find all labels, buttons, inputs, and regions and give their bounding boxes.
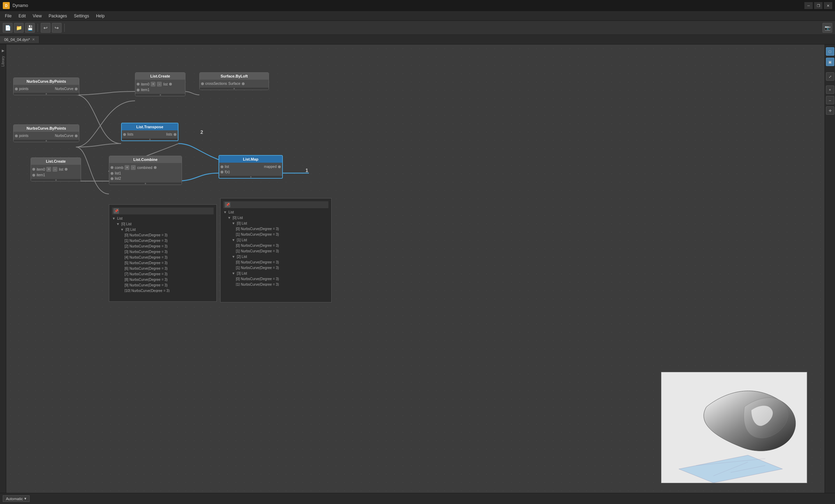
tree-item-right-0-3: ▼ [3] List (223, 271, 328, 276)
port-list-transpose-out[interactable] (174, 133, 176, 136)
menu-file[interactable]: File (1, 12, 15, 20)
close-button[interactable]: ✕ (824, 2, 832, 9)
port-list-map-fx-in[interactable] (221, 171, 223, 173)
label-list-map-fx: f(x) (225, 170, 230, 174)
tab-close-button[interactable]: ✕ (32, 38, 35, 41)
list-create2-remove-btn[interactable]: - (53, 167, 57, 172)
menu-settings[interactable]: Settings (71, 12, 93, 20)
view-btn-2[interactable]: ▣ (826, 58, 834, 66)
node-list-create2-row-item1: item1 (32, 172, 79, 178)
zoom-fit-btn[interactable]: ✛ (826, 106, 834, 115)
window-controls: ─ ❐ ✕ (804, 2, 832, 9)
port-list-combine-comb-in[interactable] (111, 166, 113, 169)
minimize-button[interactable]: ─ (804, 2, 813, 9)
node-list-map: List.Map list mapped f(x) (218, 155, 283, 179)
output-panel-left-scroll[interactable]: ▼ List ▼ [0] List ▼ [0] List [0] NurbsCu… (112, 216, 214, 292)
list-create1-add-btn[interactable]: + (151, 82, 156, 87)
tree-item-right-0-2: ▼ [2] List (223, 254, 328, 260)
tree-item-right-0-1-1: [1] NurbsCurve(Degree = 3) (223, 249, 328, 254)
restore-button[interactable]: ❐ (814, 2, 822, 9)
port-list-transpose-in[interactable] (123, 133, 126, 136)
label-list-combine-list1: list1 (115, 171, 121, 175)
output-panel-right: 📌 ▼ List ▼ [0] List ▼ [0] List [0] Nurbs… (220, 198, 332, 302)
output-panel-left-pin[interactable]: 📌 (113, 208, 119, 214)
node-list-create1-body: item0 + - list item1 (135, 80, 185, 94)
toolbar: 📄 📁 💾 ↩ ↪ 📷 (0, 21, 835, 35)
port-list-create2-out[interactable] (65, 168, 67, 171)
node-list-transpose-row: lists lists (123, 132, 176, 137)
port-list-create2-item0-in[interactable] (32, 168, 35, 171)
port-nurbs1-points-in[interactable] (15, 88, 18, 90)
screenshot-button[interactable]: 📷 (822, 23, 832, 33)
tree-item-l0-list: ▼ [0] List (112, 221, 214, 227)
node-list-map-body: list mapped f(x) (219, 163, 282, 176)
label-list-create2-out: list (59, 168, 63, 171)
node-surface-byloft-body: crossSections Surface (200, 80, 269, 88)
port-surface-byloft-out[interactable] (242, 82, 245, 85)
port-list-combine-list2-in[interactable] (111, 177, 113, 180)
node-list-combine-footer (109, 182, 182, 185)
output-panel-right-pin[interactable]: 📌 (225, 202, 230, 208)
node-list-create2-row-item0: item0 + - list (32, 166, 79, 172)
save-button[interactable]: 💾 (25, 23, 35, 33)
port-list-create1-item0-in[interactable] (137, 83, 140, 86)
node-list-create1: List.Create item0 + - list item1 (135, 72, 185, 96)
canvas[interactable]: 2 1 NurbsCurve.ByPoints points NurbsCurv… (6, 44, 825, 504)
node-nurbs2-row-points: points NurbsCurve (15, 133, 78, 138)
open-button[interactable]: 📁 (14, 23, 24, 33)
node-nurbs1-row-points: points NurbsCurve (15, 86, 78, 91)
port-list-combine-list1-in[interactable] (111, 172, 113, 175)
zoom-out-btn[interactable]: – (826, 96, 834, 104)
port-nurbs1-out[interactable] (75, 88, 78, 90)
port-list-combine-out[interactable] (154, 166, 157, 169)
label-list-map-list: list (225, 165, 229, 169)
tree-item-right-0-0-1: [1] NurbsCurve(Degree = 3) (223, 232, 328, 237)
redo-button[interactable]: ↪ (52, 23, 62, 33)
label-nurbs1-out: NurbsCurve (55, 87, 73, 91)
tree-item-l0-0-list: ▼ [0] List (112, 227, 214, 233)
tree-item-right-root: ▼ List (223, 210, 328, 215)
port-surface-byloft-in[interactable] (201, 82, 204, 85)
run-mode-dropdown[interactable]: Automatic ▾ (3, 495, 30, 502)
undo-button[interactable]: ↩ (41, 23, 50, 33)
dropdown-arrow: ▾ (24, 496, 26, 501)
tab-current[interactable]: 06_04_04.dyn* ✕ (0, 36, 39, 43)
label-list-create1-item1: item1 (141, 88, 149, 92)
list-combine-remove-btn[interactable]: - (131, 165, 136, 170)
node-list-create2-header: List.Create (31, 158, 81, 165)
toolbar-separator-1 (38, 24, 38, 32)
port-list-create1-item1-in[interactable] (137, 89, 140, 91)
list-combine-add-btn[interactable]: + (125, 165, 129, 170)
new-button[interactable]: 📄 (3, 23, 13, 33)
view-btn-1[interactable]: ⬡ (826, 47, 834, 56)
list-create1-remove-btn[interactable]: - (157, 82, 162, 87)
zoom-in-btn[interactable]: + (826, 86, 834, 94)
list-create2-add-btn[interactable]: + (46, 167, 51, 172)
tree-item-right-0-3-0: [0] NurbsCurve(Degree = 3) (223, 276, 328, 282)
output-panel-left: 📌 ▼ List ▼ [0] List ▼ [0] List [0] Nurbs… (109, 204, 217, 302)
port-list-create2-item1-in[interactable] (32, 174, 35, 177)
tree-item-right-0-2-1: [1] NurbsCurve(Degree = 3) (223, 265, 328, 271)
menu-packages[interactable]: Packages (45, 12, 71, 20)
label-list-combine-out: combined (137, 166, 152, 170)
node-nurbs1-footer-dot (46, 93, 47, 95)
label-list-create2-item0: item0 (37, 168, 45, 171)
node-list-combine: List.Combine comb + - combined list1 lis… (109, 156, 182, 185)
tree-item-l0-0-3: [3] NurbsCurve(Degree = 3) (112, 249, 214, 255)
port-list-map-out[interactable] (278, 165, 281, 168)
port-nurbs2-points-in[interactable] (15, 135, 18, 137)
output-panel-right-header: 📌 (223, 201, 328, 208)
output-panel-right-scroll[interactable]: ▼ List ▼ [0] List ▼ [0] List [0] NurbsCu… (223, 210, 328, 286)
right-toolbar: ⬡ ▣ ⤢ + – ✛ (825, 44, 835, 504)
tree-item-l0-0-1: [1] NurbsCurve(Degree = 3) (112, 238, 214, 244)
port-list-map-list-in[interactable] (221, 165, 223, 168)
port-nurbs2-out[interactable] (75, 135, 78, 137)
port-list-create1-out[interactable] (169, 83, 172, 86)
library-label: Library (1, 56, 5, 67)
tabbar: 06_04_04.dyn* ✕ (0, 35, 835, 44)
menu-help[interactable]: Help (93, 12, 108, 20)
fit-all-btn[interactable]: ⤢ (826, 72, 834, 81)
menu-edit[interactable]: Edit (15, 12, 29, 20)
menu-view[interactable]: View (29, 12, 45, 20)
library-expand-arrow[interactable]: ▶ (2, 49, 5, 52)
